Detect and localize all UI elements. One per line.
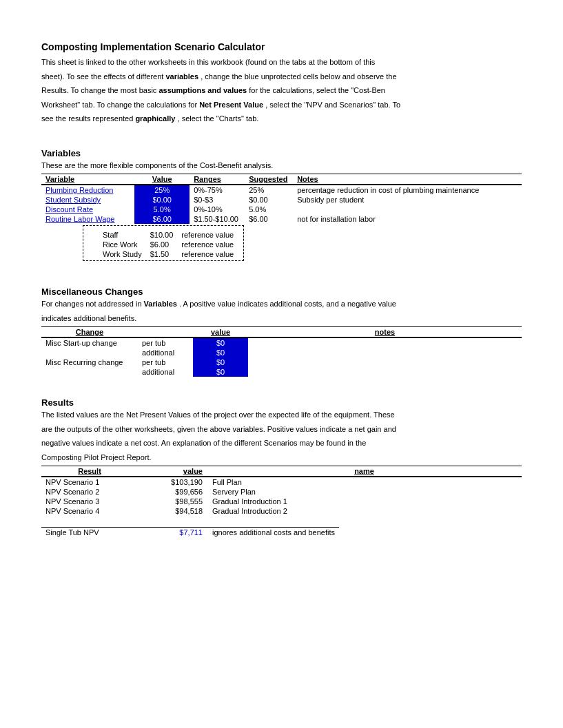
misc-change-name: Misc Start-up change — [41, 337, 138, 348]
results-section: Results The listed values are the Net Pr… — [41, 397, 522, 537]
misc-row-additional: additional$0 — [41, 367, 522, 377]
intro-line5: see the results represented graphically … — [41, 113, 522, 125]
col-variable: Variable — [41, 174, 134, 185]
variable-name: Routine Labor Wage — [41, 214, 134, 224]
results-table: Result value name NPV Scenario 1$103,190… — [41, 466, 522, 516]
sub-value: $1.50 — [146, 249, 178, 259]
misc-value1[interactable]: $0 — [193, 337, 248, 348]
misc-value1[interactable]: $0 — [193, 357, 248, 367]
variable-value[interactable]: $6.00 — [134, 214, 190, 224]
misc-value2[interactable]: $0 — [193, 348, 248, 357]
misc-col-change: Change — [41, 327, 138, 338]
variable-name: Plumbing Reduction — [41, 185, 134, 195]
result-value: $99,656 — [138, 487, 207, 497]
misc-change-name-empty — [41, 367, 138, 377]
col-value: Value — [134, 174, 190, 185]
result-row: NPV Scenario 2$99,656Servery Plan — [41, 487, 522, 497]
single-tub-value: $7,711 — [138, 528, 207, 538]
result-row: NPV Scenario 1$103,190Full Plan — [41, 477, 522, 487]
col-notes: Notes — [293, 174, 522, 185]
result-name: Servery Plan — [207, 487, 522, 497]
variable-ranges: $0-$3 — [190, 195, 245, 205]
reference-box: Staff$10.00reference valueRice Work$6.00… — [83, 225, 244, 261]
col-ranges: Ranges — [190, 174, 245, 185]
variable-name: Student Subsidy — [41, 195, 134, 205]
variable-value[interactable]: 5.0% — [134, 205, 190, 214]
misc-title: Miscellaneous Changes — [41, 287, 522, 297]
misc-note2 — [248, 348, 522, 357]
col-suggested: Suggested — [245, 174, 293, 185]
result-label: NPV Scenario 3 — [41, 497, 138, 506]
variables-title: Variables — [41, 148, 522, 158]
misc-row-additional: additional$0 — [41, 348, 522, 357]
sub-value: $6.00 — [146, 240, 178, 249]
variable-notes: percentage reduction in cost of plumbing… — [293, 185, 522, 195]
misc-value2[interactable]: $0 — [193, 367, 248, 377]
intro-line4: Worksheet" tab. To change the calculatio… — [41, 99, 522, 111]
sub-row: Work Study$1.50reference value — [89, 249, 238, 259]
single-tub-note: ignores additional costs and benefits — [207, 528, 339, 538]
results-desc2: are the outputs of the other worksheets,… — [41, 424, 522, 435]
result-name: Full Plan — [207, 477, 522, 487]
results-col-value: value — [138, 466, 207, 477]
variable-notes: Subsidy per student — [293, 195, 522, 205]
sub-note: reference value — [177, 249, 238, 259]
misc-sub1: per tub — [138, 337, 193, 348]
variable-suggested: $0.00 — [245, 195, 293, 205]
misc-change-name-empty — [41, 348, 138, 357]
variable-ranges: $1.50-$10.00 — [190, 214, 245, 224]
result-value: $103,190 — [138, 477, 207, 487]
misc-note1 — [248, 337, 522, 348]
misc-description2: indicates additional benefits. — [41, 313, 522, 324]
variable-suggested: $6.00 — [245, 214, 293, 224]
misc-note2 — [248, 367, 522, 377]
variable-notes — [293, 205, 522, 214]
result-label: NPV Scenario 1 — [41, 477, 138, 487]
misc-sub2: additional — [138, 367, 193, 377]
variable-name: Discount Rate — [41, 205, 134, 214]
variable-row: Discount Rate5.0%0%-10%5.0% — [41, 205, 522, 214]
result-value: $94,518 — [138, 506, 207, 516]
sub-label: Work Study — [89, 249, 146, 259]
variable-ranges: 0%-10% — [190, 205, 245, 214]
variable-value[interactable]: $0.00 — [134, 195, 190, 205]
sub-row: Rice Work$6.00reference value — [89, 240, 238, 249]
sub-note: reference value — [177, 230, 238, 240]
single-tub-row: Single Tub NPV $7,711 ignores additional… — [41, 527, 339, 537]
result-row: NPV Scenario 3$98,555Gradual Introductio… — [41, 497, 522, 506]
misc-row: Misc Start-up changeper tub$0 — [41, 337, 522, 348]
variable-row: Plumbing Reduction25%0%-75%25%percentage… — [41, 185, 522, 195]
results-desc3: negative values indicate a net cost. An … — [41, 437, 522, 449]
variables-section: Variables These are the more flexible co… — [41, 148, 522, 267]
variables-table: Variable Value Ranges Suggested Notes Pl… — [41, 174, 522, 224]
variable-row: Routine Labor Wage$6.00$1.50-$10.00$6.00… — [41, 214, 522, 224]
sub-note: reference value — [177, 240, 238, 249]
variable-value[interactable]: 25% — [134, 185, 190, 195]
variables-description: These are the more flexible components o… — [41, 160, 522, 171]
result-name: Gradual Introduction 2 — [207, 506, 522, 516]
misc-note1 — [248, 357, 522, 367]
results-col-name: name — [207, 466, 522, 477]
misc-section: Miscellaneous Changes For changes not ad… — [41, 287, 522, 377]
misc-col-notes: notes — [248, 327, 522, 338]
variable-suggested: 5.0% — [245, 205, 293, 214]
result-name: Gradual Introduction 1 — [207, 497, 522, 506]
single-tub-label: Single Tub NPV — [41, 528, 138, 538]
misc-change-name: Misc Recurring change — [41, 357, 138, 367]
results-desc1: The listed values are the Net Present Va… — [41, 409, 522, 421]
result-value: $98,555 — [138, 497, 207, 506]
results-title: Results — [41, 397, 522, 408]
misc-row: Misc Recurring changeper tub$0 — [41, 357, 522, 367]
result-label: NPV Scenario 4 — [41, 506, 138, 516]
sub-value: $10.00 — [146, 230, 178, 240]
variable-notes: not for installation labor — [293, 214, 522, 224]
intro-line2: sheet). To see the effects of different … — [41, 71, 522, 83]
variable-suggested: 25% — [245, 185, 293, 195]
misc-sub2: additional — [138, 348, 193, 357]
results-col-result: Result — [41, 466, 138, 477]
sub-row: Staff$10.00reference value — [89, 230, 238, 240]
result-label: NPV Scenario 2 — [41, 487, 138, 497]
misc-col-sub — [138, 327, 193, 338]
intro-line1: This sheet is linked to the other worksh… — [41, 56, 522, 68]
variable-row: Student Subsidy$0.00$0-$3$0.00Subsidy pe… — [41, 195, 522, 205]
